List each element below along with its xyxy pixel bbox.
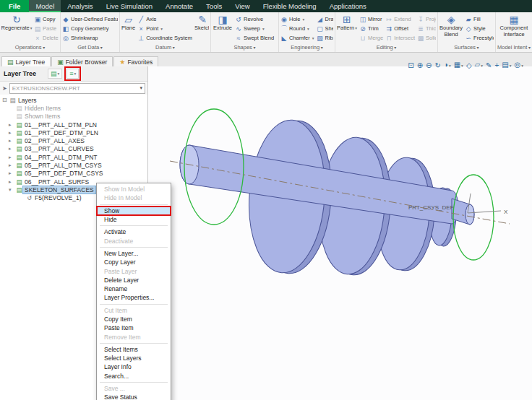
tab-annotate[interactable]: Annotate — [159, 0, 200, 12]
tree-node-layer[interactable]: 01__PRT_ALL_DTM_PLN — [0, 121, 147, 129]
collapse-icon[interactable] — [2, 97, 9, 103]
copy-button[interactable]: ▣ Copy — [34, 14, 59, 24]
expand-icon[interactable] — [9, 130, 15, 136]
mirror-button[interactable]: ◫ Mirror — [359, 14, 383, 24]
coordinate-system-button[interactable]: ⊥ Coordinate System — [137, 33, 192, 43]
style-button[interactable]: ◇ Style — [465, 24, 494, 33]
expand-icon[interactable] — [9, 146, 15, 152]
expand-icon[interactable] — [9, 179, 15, 185]
shading-icon[interactable]: ◑ — [444, 61, 451, 70]
menu-item-select-layers[interactable]: Select Layers — [97, 354, 171, 362]
stub-end-cap[interactable] — [466, 204, 474, 225]
datum-display-icon[interactable]: ▱ — [475, 61, 483, 70]
tab-file[interactable]: File — [0, 0, 29, 12]
menu-item-layer-info[interactable]: Layer Info — [97, 362, 171, 371]
revolve-button[interactable]: ↺ Revolve — [235, 14, 274, 24]
menu-item-select-items[interactable]: Select Items — [97, 345, 171, 354]
tab-tools[interactable]: Tools — [200, 0, 228, 12]
plane-button[interactable]: ▱ Plane — [121, 13, 135, 32]
tree-node-layer[interactable]: 01__PRT_DEF_DTM_PLN — [0, 129, 147, 136]
expand-icon[interactable] — [9, 138, 15, 144]
group-label-get-data[interactable]: Get Data — [62, 44, 118, 52]
delete-button[interactable]: × Delete — [34, 33, 59, 43]
rib-button[interactable]: ▧ Rib — [317, 33, 333, 43]
graphics-viewport[interactable]: PRT_CSYS_DEF X — [148, 66, 532, 400]
regenerate-button[interactable]: ↻ Regenerate — [1, 13, 32, 32]
menu-item-rename[interactable]: Rename — [97, 284, 171, 293]
group-label-operations[interactable]: Operations — [1, 44, 59, 52]
shrinkwrap-button[interactable]: ◎ Shrinkwrap — [62, 33, 118, 43]
repaint-icon[interactable]: ↻ — [434, 61, 440, 70]
extrude-button[interactable]: ◨ Extrude — [213, 13, 233, 32]
model-canvas[interactable]: PRT_CSYS_DEF X — [148, 66, 532, 400]
menu-item-copy-layer[interactable]: Copy Layer — [97, 258, 171, 266]
offset-button[interactable]: ⇉ Offset — [385, 24, 415, 33]
menu-item-search[interactable]: Search... — [97, 372, 171, 381]
chamfer-button[interactable]: ◣ Chamfer — [280, 33, 314, 43]
zoom-out-icon[interactable]: ⊖ — [426, 61, 432, 70]
boundary-blend-button[interactable]: ◈ Boundary Blend — [439, 13, 463, 38]
thicken-button[interactable]: ≣ Thicken — [417, 24, 436, 33]
tree-node-hidden-items[interactable]: Hidden Items — [0, 104, 147, 112]
expand-icon[interactable] — [9, 162, 15, 168]
menu-item-copy-item[interactable]: Copy Item — [97, 315, 171, 323]
display-style-icon[interactable]: ▦ — [454, 61, 463, 70]
hole-button[interactable]: ◉ Hole — [280, 14, 314, 24]
saved-views-icon[interactable]: ◎ — [515, 61, 524, 70]
group-label-datum[interactable]: Datum — [121, 44, 209, 52]
menu-item-show[interactable]: Show — [97, 206, 171, 215]
zoom-refit-icon[interactable]: ⊡ — [408, 61, 413, 70]
trim-button[interactable]: ⊘ Trim — [359, 24, 383, 33]
tab-view[interactable]: View — [228, 0, 256, 12]
round-button[interactable]: ⌒ Round — [280, 24, 314, 33]
group-label-engineering[interactable]: Engineering — [280, 44, 333, 52]
group-label-model-intent[interactable]: Model Intent — [497, 44, 531, 52]
panel-tab-layer-tree[interactable]: ▤ Layer Tree — [1, 56, 51, 67]
freestyle-button[interactable]: ∽ Freestyle — [465, 33, 494, 43]
project-button[interactable]: ↧ Project — [417, 14, 436, 24]
intersect-button[interactable]: ⊓ Intersect — [385, 33, 415, 43]
extend-button[interactable]: ↦ Extend — [385, 14, 415, 24]
expand-icon[interactable] — [9, 170, 15, 176]
draft-button[interactable]: ◢ Draft — [317, 14, 333, 24]
expand-icon[interactable] — [9, 155, 15, 160]
merge-button[interactable]: ⊔ Merge — [359, 33, 383, 43]
spin-center-icon[interactable]: + — [494, 61, 499, 70]
layer-settings-button[interactable]: ≡ — [66, 69, 79, 79]
sweep-button[interactable]: ∿ Sweep — [235, 24, 274, 33]
menu-item-layer-properties[interactable]: Layer Properties... — [97, 293, 171, 302]
panel-tab-favorites[interactable]: ★ Favorites — [113, 56, 158, 67]
shell-button[interactable]: ▢ Shell — [317, 24, 333, 33]
group-label-shapes[interactable]: Shapes — [213, 44, 277, 52]
view-manager-icon[interactable]: ▤ — [502, 61, 511, 70]
expand-icon[interactable] — [9, 187, 15, 193]
tab-analysis[interactable]: Analysis — [61, 0, 99, 12]
panel-tab-folder-browser[interactable]: ▣ Folder Browser — [51, 56, 113, 67]
tree-node-layer[interactable]: 02__PRT_ALL_AXES — [0, 136, 147, 144]
layers-display-button[interactable]: ▤ — [48, 69, 62, 79]
tree-node-layer[interactable]: 05__PRT_ALL_DTM_CSYS — [0, 161, 147, 169]
menu-item-paste-item[interactable]: Paste Item — [97, 323, 171, 332]
tree-node-layer[interactable]: 05__PRT_DEF_DTM_CSYS — [0, 170, 147, 178]
model-combobox[interactable]: EXTRUSIONSCREW.PRT — [9, 83, 145, 94]
zoom-in-icon[interactable]: ⊕ — [417, 61, 423, 70]
axis-button[interactable]: ╱ Axis — [137, 14, 192, 24]
group-label-surfaces[interactable]: Surfaces — [439, 44, 494, 52]
sketch-button[interactable]: ✎ Sketch — [194, 13, 209, 32]
annotations-icon[interactable]: ✎ — [486, 61, 492, 70]
tab-live-simulation[interactable]: Live Simulation — [100, 0, 159, 12]
paste-button[interactable]: ▤ Paste — [34, 24, 59, 33]
tree-node-shown-items[interactable]: Shown Items — [0, 113, 147, 121]
tree-node-layer[interactable]: 04__PRT_ALL_DTM_PNT — [0, 153, 147, 161]
group-label-editing[interactable]: Editing — [337, 44, 436, 52]
swept-blend-button[interactable]: ≈ Swept Blend — [235, 33, 274, 43]
component-interface-button[interactable]: ▦ Component Interface — [497, 13, 531, 38]
pattern-button[interactable]: ⊞ Pattern — [337, 13, 357, 32]
tab-flexible-modeling[interactable]: Flexible Modeling — [257, 0, 323, 12]
tab-applications[interactable]: Applications — [323, 0, 373, 12]
expand-icon[interactable] — [9, 122, 15, 128]
menu-item-new-layer[interactable]: New Layer... — [97, 249, 171, 258]
perspective-icon[interactable]: ◇ — [466, 61, 472, 70]
user-defined-feature-button[interactable]: ◆ User-Defined Feature — [62, 14, 118, 24]
copy-geometry-button[interactable]: ◧ Copy Geometry — [62, 24, 118, 33]
